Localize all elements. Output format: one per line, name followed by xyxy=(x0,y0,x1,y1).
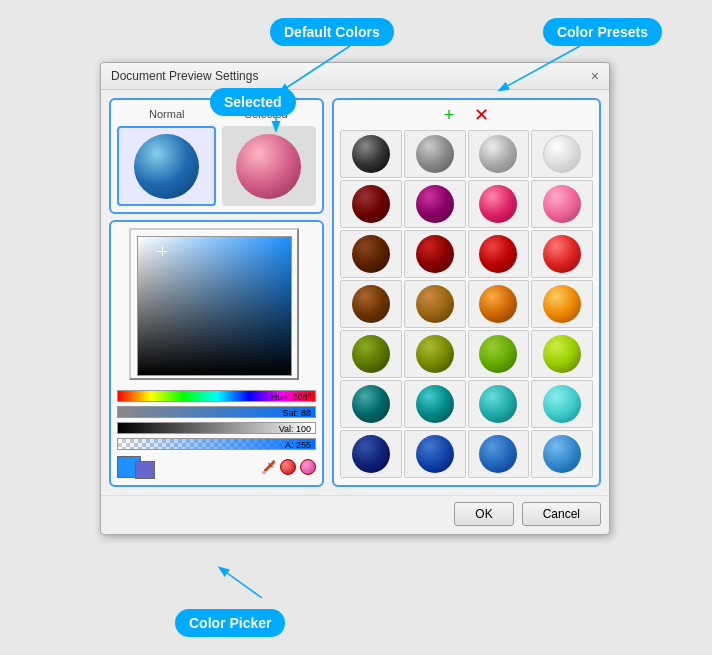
crosshair xyxy=(157,246,167,256)
preset-orange2[interactable] xyxy=(531,280,593,328)
dialog-title: Document Preview Settings xyxy=(111,69,258,83)
val-slider-row: Val: 100 xyxy=(117,421,316,435)
normal-sphere xyxy=(134,134,199,199)
presets-grid xyxy=(340,130,593,478)
preview-section: Normal Selected xyxy=(109,98,324,214)
preset-yellow-green[interactable] xyxy=(404,330,466,378)
preset-sky-blue[interactable] xyxy=(531,430,593,478)
svg-rect-4 xyxy=(262,471,266,474)
dialog-footer: OK Cancel xyxy=(101,495,609,534)
preset-rose[interactable] xyxy=(531,230,593,278)
hue-label: Hue: 208° xyxy=(271,391,311,402)
color-presets-annotation: Color Presets xyxy=(543,18,662,46)
alpha-slider[interactable]: A: 255 xyxy=(117,438,316,450)
preset-white[interactable] xyxy=(531,130,593,178)
dialog-body: Normal Selected xyxy=(101,90,609,495)
alpha-label: A: 255 xyxy=(285,439,311,450)
background-color-swatch[interactable] xyxy=(135,461,155,479)
preset-black[interactable] xyxy=(340,130,402,178)
sliders-area: Hue: 208° Sat: 88 Val: 100 xyxy=(117,389,316,451)
selected-sphere-container[interactable] xyxy=(222,126,317,206)
cancel-button[interactable]: Cancel xyxy=(522,502,601,526)
eyedropper-icon xyxy=(260,459,276,475)
sat-slider-row: Sat: 88 xyxy=(117,405,316,419)
color-picker-annotation: Color Picker xyxy=(175,609,285,637)
preset-green[interactable] xyxy=(468,330,530,378)
picker-tools xyxy=(117,455,316,479)
preset-blue2[interactable] xyxy=(468,430,530,478)
dialog-window: Document Preview Settings × Normal Selec… xyxy=(100,62,610,535)
sat-label: Sat: 88 xyxy=(282,407,311,418)
default-colors-annotation: Default Colors xyxy=(270,18,394,46)
preset-hot-pink[interactable] xyxy=(468,180,530,228)
normal-sphere-container[interactable] xyxy=(117,126,216,206)
dialog-titlebar: Document Preview Settings × xyxy=(101,63,609,90)
presets-toolbar: + ✕ xyxy=(340,106,593,124)
preset-olive[interactable] xyxy=(340,330,402,378)
preset-cyan[interactable] xyxy=(404,380,466,428)
preset-blue[interactable] xyxy=(404,430,466,478)
preset-red3[interactable] xyxy=(468,230,530,278)
alpha-slider-row: A: 255 xyxy=(117,437,316,451)
preset-silver[interactable] xyxy=(468,130,530,178)
red-color-dot[interactable] xyxy=(280,459,296,475)
sat-slider[interactable]: Sat: 88 xyxy=(117,406,316,418)
dialog-close-button[interactable]: × xyxy=(591,69,599,83)
color-square-container[interactable] xyxy=(129,228,304,383)
selected-sphere xyxy=(236,134,301,199)
preset-pink2[interactable] xyxy=(531,180,593,228)
selected-annotation: Selected xyxy=(210,88,296,116)
ok-button[interactable]: OK xyxy=(454,502,513,526)
add-preset-button[interactable]: + xyxy=(444,106,455,124)
preset-orange[interactable] xyxy=(468,280,530,328)
preset-dark-red[interactable] xyxy=(340,180,402,228)
left-panel: Normal Selected xyxy=(109,98,324,487)
preset-teal[interactable] xyxy=(340,380,402,428)
svg-line-2 xyxy=(220,568,262,598)
preview-spheres xyxy=(117,126,316,206)
color-picker-section: Hue: 208° Sat: 88 Val: 100 xyxy=(109,220,324,487)
tab-normal[interactable]: Normal xyxy=(117,106,217,122)
preset-tan[interactable] xyxy=(404,280,466,328)
preset-dark-blue[interactable] xyxy=(340,430,402,478)
val-label: Val: 100 xyxy=(279,423,311,434)
preset-red2[interactable] xyxy=(404,230,466,278)
remove-preset-button[interactable]: ✕ xyxy=(474,106,489,124)
preset-light-cyan[interactable] xyxy=(531,380,593,428)
preset-maroon[interactable] xyxy=(404,180,466,228)
pink-color-dot[interactable] xyxy=(300,459,316,475)
preset-lime[interactable] xyxy=(531,330,593,378)
eyedropper-button[interactable] xyxy=(260,459,276,475)
preset-dark-brown[interactable] xyxy=(340,230,402,278)
color-square[interactable] xyxy=(137,236,292,376)
right-panel: + ✕ xyxy=(332,98,601,487)
hue-slider[interactable]: Hue: 208° xyxy=(117,390,316,402)
hue-slider-row: Hue: 208° xyxy=(117,389,316,403)
preset-brown[interactable] xyxy=(340,280,402,328)
preset-gray[interactable] xyxy=(404,130,466,178)
val-slider[interactable]: Val: 100 xyxy=(117,422,316,434)
preset-cyan2[interactable] xyxy=(468,380,530,428)
